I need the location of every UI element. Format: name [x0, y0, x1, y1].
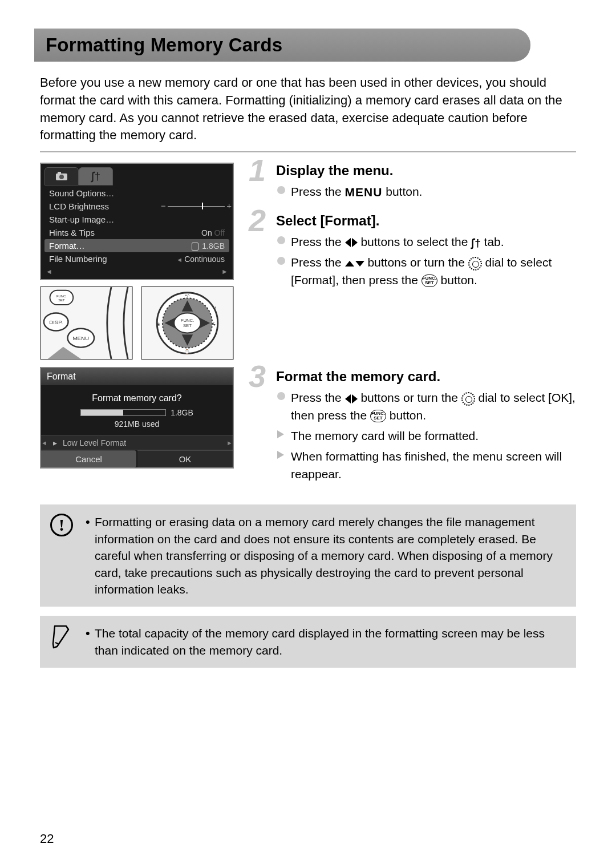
- caution-note-text: Formatting or erasing data on a memory c…: [86, 514, 566, 597]
- tools-tab-icon: ʃ†: [79, 167, 113, 185]
- step-instruction: Press the buttons to select the ʃ† tab.: [276, 233, 576, 251]
- info-note-box: The total capacity of the memory card di…: [40, 616, 576, 668]
- step-instruction: When formatting has finished, the menu s…: [276, 448, 576, 483]
- divider: [40, 151, 576, 152]
- svg-text:FUNC.: FUNC.: [56, 295, 67, 298]
- low-level-format-row: ◄ ▸ Low Level Format ►: [41, 435, 233, 450]
- caution-icon: !: [49, 512, 74, 538]
- menu-row-value: ◄ Continuous: [176, 255, 225, 264]
- menu-row-label: File Numbering: [49, 254, 176, 264]
- svg-text:♪: ♪: [214, 305, 216, 310]
- brightness-slider: [168, 204, 225, 209]
- menu-row-label: Start-up Image…: [49, 215, 225, 224]
- control-dial-icon: [461, 392, 475, 406]
- storage-total: 1.8GB: [171, 408, 193, 417]
- svg-marker-10: [48, 347, 81, 359]
- svg-rect-2: [58, 172, 61, 174]
- func-set-button-icon: FUNC.SET: [422, 274, 437, 287]
- up-down-buttons-icon: [345, 261, 364, 267]
- menu-row: LCD Brightness: [44, 200, 229, 213]
- dialog-cancel-button: Cancel: [41, 450, 136, 467]
- dialog-title: Format: [41, 368, 233, 385]
- step-3: 3Format the memory card.Press the button…: [249, 369, 576, 483]
- menu-row-label: Format…: [49, 241, 192, 251]
- menu-button-icon: MENU: [345, 184, 383, 201]
- pencil-icon: [49, 624, 74, 649]
- menu-row: Format…1.8GB: [44, 239, 229, 252]
- step-title: Format the memory card.: [276, 369, 576, 385]
- camera-menu-screenshot: ʃ† Sound Options…LCD BrightnessStart-up …: [40, 163, 234, 280]
- svg-text:FUNC.: FUNC.: [181, 318, 194, 323]
- camera-tab-icon: [44, 167, 79, 185]
- format-dialog-screenshot: Format Format memory card? 1.8GB 921MB u…: [40, 367, 234, 469]
- menu-row: Sound Options…: [44, 187, 229, 200]
- svg-text:MENU: MENU: [73, 335, 90, 341]
- svg-text:SET: SET: [183, 323, 192, 328]
- intro-paragraph: Before you use a new memory card or one …: [40, 74, 576, 144]
- svg-point-1: [59, 175, 64, 179]
- menu-row: File Numbering◄ Continuous: [44, 252, 229, 265]
- step-instruction: Press the buttons or turn the dial to se…: [276, 254, 576, 289]
- dialog-question: Format memory card?: [47, 393, 227, 403]
- storage-bar: [80, 409, 166, 416]
- step-instruction: The memory card will be formatted.: [276, 427, 576, 445]
- menu-row-value: On Off: [201, 228, 225, 237]
- page-number: 22: [40, 831, 54, 846]
- step-title: Select [Format].: [276, 213, 576, 229]
- step-2: 2Select [Format].Press the buttons to se…: [249, 213, 576, 289]
- menu-row: Start-up Image…: [44, 213, 229, 226]
- menu-row-label: Sound Options…: [49, 188, 225, 198]
- step-number: 1: [249, 155, 266, 185]
- step-number: 2: [249, 205, 266, 236]
- left-right-buttons-icon: [345, 394, 358, 403]
- step-instruction: Press the MENU button.: [276, 183, 576, 201]
- svg-text:⌚: ⌚: [185, 349, 191, 354]
- storage-used: 921MB used: [47, 419, 227, 429]
- svg-text:❀: ❀: [156, 322, 160, 327]
- svg-text:DISP.: DISP.: [49, 319, 63, 325]
- section-title: Formatting Memory Cards: [46, 34, 517, 56]
- step-instruction: Press the buttons or turn the dial to se…: [276, 389, 576, 424]
- dialog-ok-button: OK: [137, 450, 233, 467]
- step-title: Display the menu.: [276, 163, 576, 179]
- menu-row: Hints & TipsOn Off: [44, 226, 229, 239]
- func-set-button-icon: FUNC.SET: [370, 410, 386, 422]
- menu-row-label: Hints & Tips: [49, 228, 201, 237]
- control-dial-icon: [468, 257, 482, 271]
- tools-tab-icon: ʃ†: [471, 235, 481, 251]
- info-note-text: The total capacity of the memory card di…: [86, 625, 566, 659]
- section-title-bar: Formatting Memory Cards: [34, 29, 530, 62]
- svg-text:+/-: +/-: [185, 293, 191, 298]
- caution-note-box: ! Formatting or erasing data on a memory…: [40, 504, 576, 607]
- left-right-buttons-icon: [345, 238, 358, 247]
- menu-button-illustration: FUNC. SET DISP. MENU: [40, 286, 133, 360]
- step-1: 1Display the menu.Press the MENU button.: [249, 163, 576, 201]
- step-number: 3: [249, 361, 266, 391]
- menu-row-value: 1.8GB: [192, 241, 225, 251]
- svg-text:ϟ: ϟ: [213, 322, 216, 327]
- control-dial-illustration: FUNC. SET +/- ♪ ❀ ϟ ⌚: [141, 286, 234, 360]
- menu-row-label: LCD Brightness: [49, 201, 168, 211]
- svg-text:SET: SET: [58, 298, 65, 302]
